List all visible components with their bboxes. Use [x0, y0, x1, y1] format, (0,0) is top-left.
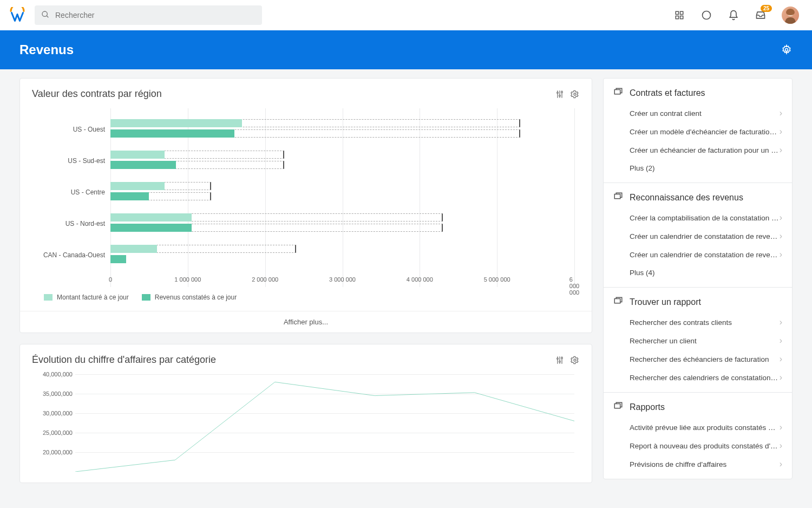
chevron-right-icon: ›	[780, 213, 782, 222]
bar-chart: 01 000 0002 000 0003 000 0004 000 0005 0…	[110, 108, 574, 287]
sidebar-item[interactable]: Rechercher des contrats clients›	[613, 313, 782, 331]
sidebar-item[interactable]: Créer un calendrier de constatation de r…	[613, 227, 782, 245]
svg-point-15	[561, 91, 563, 93]
search-input[interactable]	[55, 11, 256, 19]
bar-row: CAN - Canada-Ouest	[110, 243, 574, 268]
chevron-right-icon: ›	[780, 423, 782, 432]
chevron-right-icon: ›	[780, 336, 782, 345]
chevron-right-icon: ›	[780, 146, 782, 154]
svg-rect-31	[614, 299, 620, 303]
chevron-right-icon: ›	[780, 441, 782, 450]
chevron-right-icon: ›	[780, 109, 782, 118]
topbar-actions: 25	[673, 6, 803, 24]
bar-category-label: US - Sud-est	[29, 157, 105, 165]
avatar[interactable]	[782, 6, 799, 24]
page-settings-icon[interactable]	[781, 44, 793, 56]
sidebar-item[interactable]: Créer un contrat client›	[613, 104, 782, 122]
chevron-right-icon: ›	[780, 373, 782, 382]
chevron-right-icon: ›	[780, 250, 782, 259]
sidebar-item[interactable]: Rechercher des calendriers de constatati…	[613, 368, 782, 387]
sidebar-item-label: Rechercher un client	[630, 337, 780, 345]
sidebar-item-label: Créer un calendrier de constatation de r…	[630, 232, 780, 240]
svg-point-28	[574, 359, 576, 361]
card-revenue-trend-by-category: Évolution du chiffre d'affaires par caté…	[19, 344, 592, 483]
sidebar-section: Contrats et facturesCréer un contrat cli…	[604, 79, 792, 183]
sidebar-item-label: Rechercher des calendriers de constatati…	[630, 374, 780, 382]
sidebar-item[interactable]: Créer la comptabilisation de la constata…	[613, 209, 782, 227]
sidebar-item[interactable]: Créer un calendrier de constatation de r…	[613, 245, 782, 264]
bar-category-label: US - Centre	[29, 188, 105, 196]
sidebar-more-link[interactable]: Plus (4)	[613, 264, 782, 282]
sidebar-item-label: Report à nouveau des produits constatés …	[630, 442, 780, 450]
svg-rect-4	[676, 16, 678, 19]
search-icon	[41, 10, 50, 21]
legend-item: Revenus constatés à ce jour	[142, 294, 237, 301]
chevron-right-icon: ›	[780, 355, 782, 363]
sidebar-item-label: Rechercher des échéanciers de facturatio…	[630, 355, 780, 363]
bar-row: US - Sud-est	[110, 148, 574, 173]
sidebar-item-label: Rechercher des contrats clients	[630, 318, 780, 327]
chevron-right-icon: ›	[780, 127, 782, 136]
page-header: Revenus	[0, 30, 812, 69]
sidebar-more-link[interactable]: Plus (2)	[613, 159, 782, 177]
page-title: Revenus	[19, 42, 74, 57]
sidebar-item[interactable]: Rechercher des échéanciers de facturatio…	[613, 350, 782, 368]
chevron-right-icon: ›	[780, 318, 782, 327]
show-more-button[interactable]: Afficher plus...	[20, 311, 592, 333]
inbox-badge: 25	[761, 5, 772, 12]
topbar: 25	[0, 0, 812, 30]
chart-legend: Montant facturé à ce jour Revenus consta…	[32, 287, 580, 311]
svg-rect-30	[614, 194, 620, 199]
sidebar-item-label: Créer un modèle d'échéancier de facturat…	[630, 128, 780, 136]
section-icon	[613, 192, 623, 203]
sidebar-section-title: Trouver un rapport	[630, 297, 701, 307]
sidebar-item[interactable]: Rechercher un client›	[613, 331, 782, 350]
sidebar-item[interactable]: Créer un modèle d'échéancier de facturat…	[613, 122, 782, 141]
gear-icon[interactable]	[570, 355, 580, 365]
inbox-icon[interactable]: 25	[755, 9, 767, 21]
sidebar-item[interactable]: Créer un échéancier de facturation pour …	[613, 141, 782, 159]
svg-rect-3	[680, 11, 683, 14]
filter-icon[interactable]	[555, 89, 565, 99]
app-logo[interactable]	[9, 6, 26, 24]
sidebar-item-label: Créer la comptabilisation de la constata…	[630, 214, 780, 222]
sidebar-item[interactable]: Report à nouveau des produits constatés …	[613, 437, 782, 455]
sidebar-item-label: Activité prévue liée aux produits consta…	[630, 424, 780, 432]
sidebar-item[interactable]: Activité prévue liée aux produits consta…	[613, 418, 782, 437]
svg-point-12	[559, 95, 561, 96]
sidebar-item[interactable]: Prévisions de chiffre d'affaires›	[613, 455, 782, 473]
gear-icon[interactable]	[570, 89, 580, 99]
apps-icon[interactable]	[673, 9, 685, 21]
svg-point-19	[557, 358, 559, 360]
right-sidebar: Contrats et facturesCréer un contrat cli…	[603, 78, 793, 479]
sidebar-section-title: Reconnaissance des revenus	[630, 193, 743, 203]
svg-line-1	[47, 16, 48, 17]
sidebar-section-title: Rapports	[630, 402, 665, 412]
chat-icon[interactable]	[700, 9, 712, 21]
svg-rect-29	[614, 90, 620, 94]
svg-point-18	[574, 93, 576, 95]
card-title: Évolution du chiffre d'affaires par caté…	[32, 354, 216, 366]
sidebar-section-title: Contrats et factures	[630, 88, 705, 98]
filter-icon[interactable]	[555, 355, 565, 365]
legend-item: Montant facturé à ce jour	[44, 294, 129, 301]
bar-category-label: US - Ouest	[29, 126, 105, 133]
bar-category-label: US - Nord-est	[29, 220, 105, 227]
sidebar-item-label: Créer un calendrier de constatation de r…	[630, 251, 780, 259]
sidebar-item-label: Créer un échéancier de facturation pour …	[630, 146, 780, 154]
bar-row: US - Centre	[110, 180, 574, 205]
svg-rect-32	[614, 404, 620, 408]
search-box[interactable]	[35, 5, 262, 25]
left-column: Valeur des contrats par région 01 000 00…	[19, 78, 592, 483]
card-contract-value-by-region: Valeur des contrats par région 01 000 00…	[19, 78, 592, 333]
svg-rect-5	[680, 16, 683, 19]
svg-point-22	[559, 361, 561, 362]
sidebar-item-label: Créer un contrat client	[630, 109, 780, 118]
svg-point-25	[561, 357, 563, 359]
main-content: Valeur des contrats par région 01 000 00…	[0, 69, 812, 492]
bar-category-label: CAN - Canada-Ouest	[29, 251, 105, 259]
sidebar-item-label: Prévisions de chiffre d'affaires	[630, 460, 780, 468]
svg-point-8	[785, 49, 788, 51]
notifications-icon[interactable]	[728, 9, 739, 21]
svg-point-0	[42, 11, 47, 16]
